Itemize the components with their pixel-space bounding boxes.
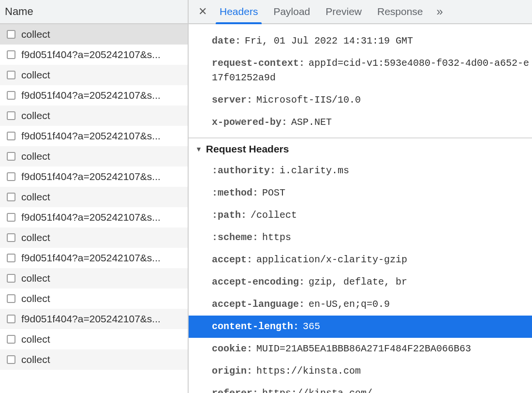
request-row[interactable]: f9d051f404?a=205242107&s... (0, 309, 188, 329)
request-row-label: f9d051f404?a=205242107&s... (21, 212, 161, 223)
tab-payload[interactable]: Payload (266, 0, 318, 23)
request-row[interactable]: f9d051f404?a=205242107&s... (0, 85, 188, 106)
header-row[interactable]: :authority:i.clarity.ms (189, 160, 532, 182)
header-row[interactable]: referer:https://kinsta.com/ (189, 382, 532, 393)
header-value: gzip, deflate, br (309, 276, 407, 287)
header-row[interactable]: cookie:MUID=21AB5EA1BBB86A271F484F22BA06… (189, 338, 532, 360)
request-row-label: collect (21, 110, 50, 121)
header-key: referer: (212, 388, 258, 393)
request-list: collectf9d051f404?a=205242107&s...collec… (0, 24, 188, 393)
header-value: https (262, 232, 291, 243)
header-key: accept-language: (212, 299, 305, 310)
request-row-label: collect (21, 293, 50, 304)
request-row[interactable]: collect (0, 349, 188, 370)
header-key: x-powered-by: (212, 117, 287, 128)
header-value: i.clarity.ms (280, 165, 349, 176)
devtools-network-panel: Name collectf9d051f404?a=205242107&s...c… (0, 0, 532, 393)
row-checkbox-icon[interactable] (7, 30, 15, 39)
row-checkbox-icon[interactable] (7, 71, 15, 79)
row-checkbox-icon[interactable] (7, 335, 15, 344)
request-row[interactable]: f9d051f404?a=205242107&s... (0, 248, 188, 268)
tab-container: HeadersPayloadPreviewResponse (212, 0, 431, 23)
request-row[interactable]: collect (0, 106, 188, 126)
request-row-label: collect (21, 29, 50, 40)
row-checkbox-icon[interactable] (7, 172, 15, 181)
request-row-label: f9d051f404?a=205242107&s... (21, 49, 161, 60)
header-key: :authority: (212, 165, 276, 176)
tab-preview[interactable]: Preview (318, 0, 369, 23)
header-row[interactable]: accept-language:en-US,en;q=0.9 (189, 293, 532, 316)
request-row[interactable]: collect (0, 24, 188, 45)
header-key: :method: (212, 187, 258, 198)
request-row-label: f9d051f404?a=205242107&s... (21, 90, 161, 101)
request-row-label: f9d051f404?a=205242107&s... (21, 171, 161, 182)
response-headers-block: date:Fri, 01 Jul 2022 14:31:19 GMTreques… (189, 24, 532, 134)
request-list-panel: Name collectf9d051f404?a=205242107&s...c… (0, 0, 189, 393)
header-row[interactable]: server:Microsoft-IIS/10.0 (189, 89, 532, 111)
request-row[interactable]: collect (0, 187, 188, 207)
header-key: server: (212, 94, 252, 106)
row-checkbox-icon[interactable] (7, 91, 15, 100)
request-row-label: f9d051f404?a=205242107&s... (21, 130, 161, 142)
row-checkbox-icon[interactable] (7, 111, 15, 120)
request-row[interactable]: collect (0, 329, 188, 349)
request-row[interactable]: collect (0, 146, 188, 166)
header-row[interactable]: :scheme:https (189, 227, 532, 249)
header-row[interactable]: accept:application/x-clarity-gzip (189, 249, 532, 271)
row-checkbox-icon[interactable] (7, 355, 15, 364)
header-row[interactable]: origin:https://kinsta.com (189, 360, 532, 382)
header-row[interactable]: :method:POST (189, 182, 532, 204)
row-checkbox-icon[interactable] (7, 294, 15, 303)
header-key: :scheme: (212, 232, 258, 243)
request-row[interactable]: f9d051f404?a=205242107&s... (0, 45, 188, 65)
more-tabs-icon[interactable]: » (431, 5, 449, 18)
row-checkbox-icon[interactable] (7, 193, 15, 201)
request-headers-block: :authority:i.clarity.ms:method:POST:path… (189, 160, 532, 393)
request-row[interactable]: collect (0, 65, 188, 85)
header-value: https://kinsta.com (256, 365, 361, 377)
header-value: Fri, 01 Jul 2022 14:31:19 GMT (245, 35, 413, 46)
request-row[interactable]: collect (0, 268, 188, 288)
header-row[interactable]: content-length:365 (189, 316, 532, 338)
header-key: :path: (212, 210, 247, 221)
row-checkbox-icon[interactable] (7, 233, 15, 242)
tab-response[interactable]: Response (369, 0, 431, 23)
request-row[interactable]: f9d051f404?a=205242107&s... (0, 126, 188, 146)
request-row-label: f9d051f404?a=205242107&s... (21, 313, 161, 325)
header-value: 365 (303, 321, 320, 332)
row-checkbox-icon[interactable] (7, 274, 15, 283)
column-header-label: Name (5, 5, 33, 18)
header-value: /collect (251, 210, 297, 221)
header-value: https://kinsta.com/ (262, 388, 372, 393)
header-row[interactable]: date:Fri, 01 Jul 2022 14:31:19 GMT (189, 30, 532, 52)
header-value: MUID=21AB5EA1BBB86A271F484F22BA066B63 (256, 343, 471, 354)
header-row[interactable]: x-powered-by:ASP.NET (189, 111, 532, 134)
header-row[interactable]: accept-encoding:gzip, deflate, br (189, 271, 532, 293)
request-row[interactable]: collect (0, 288, 188, 309)
header-key: content-length: (212, 321, 299, 332)
header-value: application/x-clarity-gzip (256, 254, 407, 265)
close-icon[interactable]: ✕ (193, 5, 212, 18)
row-checkbox-icon[interactable] (7, 315, 15, 323)
header-value: en-US,en;q=0.9 (309, 299, 390, 310)
tab-headers[interactable]: Headers (212, 0, 266, 23)
request-headers-section-toggle[interactable]: ▼ Request Headers (189, 138, 532, 160)
header-row[interactable]: :path:/collect (189, 204, 532, 227)
row-checkbox-icon[interactable] (7, 213, 15, 222)
headers-detail-body: date:Fri, 01 Jul 2022 14:31:19 GMTreques… (189, 24, 532, 393)
header-row[interactable]: request-context:appId=cid-v1:593e4080-f0… (189, 52, 532, 89)
row-checkbox-icon[interactable] (7, 254, 15, 262)
disclosure-triangle-icon: ▼ (195, 145, 202, 153)
request-row[interactable]: f9d051f404?a=205242107&s... (0, 207, 188, 227)
row-checkbox-icon[interactable] (7, 132, 15, 140)
row-checkbox-icon[interactable] (7, 50, 15, 59)
header-value: ASP.NET (291, 117, 332, 128)
request-row-label: collect (21, 191, 50, 203)
request-row[interactable]: f9d051f404?a=205242107&s... (0, 166, 188, 187)
row-checkbox-icon[interactable] (7, 152, 15, 161)
header-key: accept: (212, 254, 252, 265)
request-list-column-header[interactable]: Name (0, 0, 188, 24)
request-detail-panel: ✕ HeadersPayloadPreviewResponse » date:F… (189, 0, 532, 393)
request-row[interactable]: collect (0, 227, 188, 248)
header-key: cookie: (212, 343, 252, 354)
